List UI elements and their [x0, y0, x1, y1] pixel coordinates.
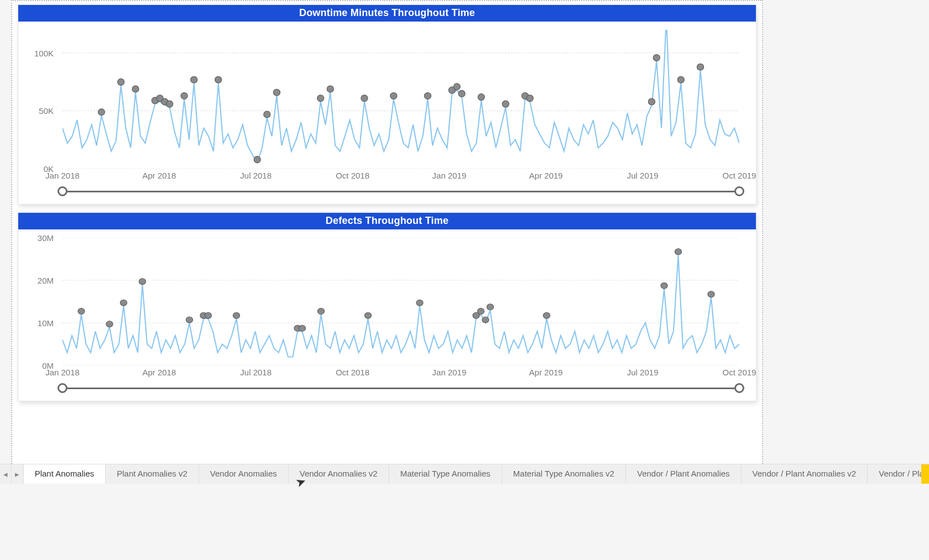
- svg-point-22: [453, 83, 460, 90]
- svg-point-12: [215, 76, 222, 83]
- page-tab[interactable]: Vendor / Plant Anomalies v2: [742, 464, 868, 484]
- y-tick-label: 100K: [18, 48, 58, 57]
- x-tick-label: Apr 2018: [142, 368, 176, 377]
- slider-track: [62, 388, 739, 389]
- page-tab[interactable]: Vendor Anomalies v2: [289, 464, 389, 484]
- x-tick-label: Apr 2019: [529, 171, 563, 180]
- x-tick-label: Jul 2018: [240, 171, 272, 180]
- svg-point-46: [299, 325, 305, 331]
- y-tick-label: 0K: [18, 164, 58, 174]
- x-axis: Jan 2018Apr 2018Jul 2018Oct 2018Jan 2019…: [62, 368, 739, 379]
- page-tab[interactable]: Vendor / Plant Ano: [868, 464, 929, 484]
- svg-point-20: [424, 92, 431, 99]
- svg-point-32: [697, 64, 703, 70]
- svg-point-24: [478, 94, 484, 101]
- svg-point-19: [390, 92, 397, 99]
- scroll-marker-icon: [921, 464, 929, 484]
- page-tab[interactable]: Vendor / Plant Anomalies: [626, 464, 742, 484]
- slider-handle-start[interactable]: [58, 186, 67, 196]
- plot-area[interactable]: [62, 238, 739, 365]
- slider-handle-end[interactable]: [734, 383, 744, 393]
- y-tick-label: 50K: [18, 106, 58, 116]
- time-range-slider[interactable]: [62, 186, 739, 196]
- svg-point-3: [98, 109, 105, 116]
- x-tick-label: Jan 2019: [432, 368, 467, 377]
- page-tab[interactable]: Material Type Anomalies v2: [502, 464, 626, 484]
- x-tick-label: Oct 2019: [723, 171, 756, 180]
- svg-point-15: [273, 89, 280, 96]
- svg-point-37: [78, 308, 85, 315]
- svg-point-52: [482, 317, 489, 323]
- slider-handle-end[interactable]: [734, 186, 744, 196]
- tabs-prev-button[interactable]: ◂: [0, 464, 12, 484]
- y-tick-label: 10M: [18, 318, 58, 328]
- svg-point-11: [191, 76, 197, 83]
- svg-point-28: [648, 98, 655, 105]
- x-tick-label: Oct 2019: [723, 368, 756, 377]
- x-axis: Jan 2018Apr 2018Jul 2018Oct 2018Jan 2019…: [62, 171, 739, 182]
- x-tick-label: Jul 2019: [627, 171, 659, 180]
- svg-point-38: [106, 321, 113, 327]
- svg-point-40: [139, 279, 145, 285]
- svg-point-48: [364, 312, 371, 318]
- chart-defects[interactable]: Defects Throughout Time Jan 2018Apr 2018…: [18, 212, 756, 401]
- svg-point-31: [677, 76, 684, 83]
- x-tick-label: Apr 2018: [142, 171, 176, 180]
- svg-point-25: [502, 101, 509, 107]
- y-tick-label: 0M: [18, 361, 58, 370]
- svg-point-53: [487, 304, 493, 310]
- page-tab[interactable]: Material Type Anomalies: [389, 464, 502, 484]
- svg-point-14: [264, 111, 270, 118]
- chart-body: Jan 2018Apr 2018Jul 2018Oct 2018Jan 2019…: [18, 229, 756, 401]
- page-tab[interactable]: Vendor Anomalies: [199, 464, 289, 484]
- x-tick-label: Jan 2019: [432, 171, 467, 180]
- y-tick-label: 30M: [18, 233, 58, 243]
- chart-title: Defects Throughout Time: [18, 213, 756, 229]
- slider-track: [62, 191, 739, 192]
- x-tick-label: Jul 2018: [240, 368, 272, 377]
- y-tick-label: 20M: [18, 276, 58, 285]
- chart-body: Jan 2018Apr 2018Jul 2018Oct 2018Jan 2019…: [18, 22, 756, 204]
- svg-point-16: [317, 95, 324, 102]
- x-tick-label: Jul 2019: [627, 368, 659, 377]
- svg-point-39: [120, 300, 127, 306]
- svg-point-41: [186, 317, 192, 323]
- x-tick-label: Apr 2019: [529, 368, 563, 377]
- time-range-slider[interactable]: [62, 383, 739, 393]
- svg-point-4: [118, 78, 124, 85]
- x-tick-label: Oct 2018: [336, 368, 369, 377]
- svg-point-57: [708, 291, 714, 297]
- plot-area[interactable]: [62, 30, 739, 169]
- page-tabs: ◂ ▸ Plant AnomaliesPlant Anomalies v2Ven…: [0, 464, 929, 484]
- svg-point-44: [233, 312, 239, 318]
- svg-point-17: [327, 86, 333, 92]
- chart-title: Downtime Minutes Throughout Time: [18, 5, 756, 22]
- svg-point-27: [526, 95, 533, 102]
- svg-point-18: [361, 95, 368, 102]
- svg-point-5: [132, 86, 139, 92]
- svg-point-23: [458, 90, 465, 97]
- svg-point-49: [416, 300, 423, 306]
- svg-point-10: [181, 92, 187, 99]
- slider-handle-start[interactable]: [58, 383, 67, 393]
- svg-point-51: [477, 308, 484, 315]
- svg-point-13: [254, 156, 260, 163]
- svg-point-9: [166, 101, 173, 107]
- page-tab[interactable]: Plant Anomalies: [24, 464, 106, 484]
- svg-point-43: [205, 312, 211, 318]
- page-tab[interactable]: Plant Anomalies v2: [106, 464, 199, 484]
- svg-point-54: [543, 312, 550, 318]
- tabs-next-button[interactable]: ▸: [12, 464, 23, 484]
- chart-downtime[interactable]: Downtime Minutes Throughout Time Jan 201…: [18, 4, 756, 205]
- svg-point-47: [317, 308, 324, 315]
- svg-point-29: [653, 54, 660, 61]
- svg-point-55: [661, 282, 667, 289]
- report-canvas: Downtime Minutes Throughout Time Jan 201…: [11, 0, 763, 466]
- svg-point-56: [675, 249, 681, 255]
- x-tick-label: Oct 2018: [336, 171, 369, 180]
